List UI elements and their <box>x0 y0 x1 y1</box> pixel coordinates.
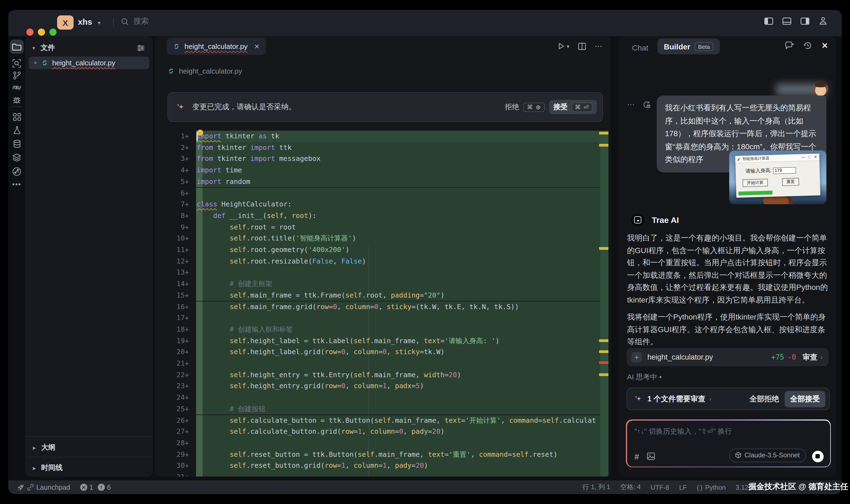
history-icon[interactable] <box>803 41 812 50</box>
sidebar-item-search[interactable] <box>8 59 25 68</box>
code-line[interactable]: 15+ self.main_frame = ttk.Frame(self.roo… <box>155 290 611 301</box>
problems-errors[interactable]: ✕ 1 <box>80 483 93 491</box>
launchpad-button[interactable]: Launchpad <box>17 483 70 491</box>
eol[interactable]: LF <box>679 483 687 491</box>
reject-button[interactable]: 拒绝 <box>505 102 519 112</box>
close-window-button[interactable] <box>26 29 34 36</box>
tab-chat[interactable]: Chat <box>632 43 648 52</box>
ruler-warning-mark <box>599 373 609 376</box>
toggle-left-sidebar-icon[interactable] <box>764 17 773 24</box>
code-line[interactable]: 1+import tkinter as tk <box>155 131 611 142</box>
project-logo[interactable]: X <box>57 15 74 30</box>
accept-button[interactable]: 接受 ⌘ ⏎ <box>549 100 597 114</box>
zoom-window-button[interactable] <box>50 29 57 36</box>
sidebar-item-explorer[interactable] <box>10 39 24 54</box>
run-button[interactable]: ▾ <box>557 42 569 50</box>
screen: X xhs ▾ 搜索 <box>0 0 850 504</box>
close-tab-icon[interactable]: ✕ <box>254 42 260 50</box>
stop-button[interactable] <box>812 450 824 462</box>
changed-file-card[interactable]: + height_calculator.py +75 -0 审查 › <box>627 348 829 366</box>
run-dropdown-icon[interactable]: ▾ <box>567 43 569 49</box>
sidebar-item-share[interactable] <box>8 167 25 176</box>
new-chat-icon[interactable] <box>785 41 794 50</box>
message-retry-icon[interactable] <box>642 100 651 108</box>
sidebar-item-debug[interactable] <box>8 95 25 104</box>
filter-icon[interactable] <box>137 44 145 51</box>
project-name[interactable]: xhs <box>78 17 92 26</box>
split-editor-icon[interactable] <box>578 42 586 50</box>
code-line[interactable]: 30+ self.reset_button.grid(row=1, column… <box>155 460 611 472</box>
close-panel-icon[interactable]: ✕ <box>822 41 828 50</box>
code-line[interactable]: 26+ self.calculate_button = ttk.Button(s… <box>155 415 611 426</box>
code-line[interactable]: 20+ self.height_label.grid(row=0, column… <box>155 347 611 358</box>
message-more-icon[interactable]: ⋯ <box>627 100 635 109</box>
code-line[interactable]: 16+ self.main_frame.grid(row=0, column=0… <box>155 301 611 312</box>
sidebar-item-layers[interactable] <box>8 153 25 162</box>
code-line[interactable]: 22+ self.height_entry = ttk.Entry(self.m… <box>155 369 611 380</box>
code-line[interactable]: 2+from tkinter import ttk <box>155 142 611 153</box>
global-search[interactable]: 搜索 <box>121 16 149 26</box>
review-count-label[interactable]: 1 个文件需要审查 <box>647 394 706 404</box>
code-line[interactable]: 9+ self.root = root <box>155 221 611 233</box>
more-actions-icon[interactable]: ⋯ <box>595 42 603 51</box>
code-line[interactable]: 13+ <box>155 267 611 278</box>
review-button[interactable]: 审查 <box>802 352 817 362</box>
builder-label: Builder <box>664 42 690 51</box>
overview-ruler[interactable] <box>600 131 609 476</box>
sidebar-item-testing[interactable] <box>8 126 25 134</box>
timeline-section[interactable]: ▸ 时间线 <box>33 463 62 473</box>
code-line[interactable]: 11+ self.root.geometry('400x200') <box>155 244 611 256</box>
problems-warnings[interactable]: ! 6 <box>98 483 111 491</box>
code-line[interactable]: 3+from tkinter import messagebox <box>155 154 611 165</box>
project-chevron-icon[interactable]: ▾ <box>98 20 101 26</box>
model-selector[interactable]: Claude-3.5-Sonnet <box>729 448 806 462</box>
code-line[interactable]: 25+ # 创建按钮 <box>155 403 611 415</box>
outline-section[interactable]: ▸ 大纲 <box>33 443 55 452</box>
code-line[interactable]: 28+ <box>155 437 611 449</box>
code-line[interactable]: 17+ <box>155 312 611 324</box>
code-line[interactable]: 29+ self.reset_button = ttk.Button(self.… <box>155 449 611 460</box>
code-line[interactable]: 6+ <box>155 187 611 199</box>
connector-icon <box>27 484 34 491</box>
toggle-bottom-panel-icon[interactable] <box>782 17 791 24</box>
language-mode[interactable]: { }Python <box>697 483 726 491</box>
code-line[interactable]: 21+ <box>155 358 611 369</box>
code-line[interactable]: 4+import time <box>155 165 611 176</box>
code-line[interactable]: 12+ self.root.resizable(False, False) <box>155 256 611 267</box>
code-line[interactable]: 8+ def __init__(self, root): <box>155 210 611 221</box>
sidebar-item-database[interactable] <box>8 140 25 148</box>
breadcrumb[interactable]: height_calculator.py <box>167 67 242 75</box>
sidebar-item-remote-explorer[interactable] <box>8 84 25 92</box>
indentation[interactable]: 空格: 4 <box>620 483 641 492</box>
account-icon[interactable] <box>819 16 828 25</box>
code-line[interactable]: 10+ self.root.title('智能身高计算器') <box>155 233 611 244</box>
editor-tab[interactable]: height_calculator.py ✕ <box>167 38 266 55</box>
chat-input[interactable]: "↑↓" 切换历史输入，"⇧⏎" 换行 # Claude-3.5-Sonnet <box>627 420 830 466</box>
accept-all-button[interactable]: 全部接受 <box>785 391 825 407</box>
context-hash-icon[interactable]: # <box>634 452 639 461</box>
sidebar-item-source-control[interactable] <box>8 71 25 80</box>
explorer-header[interactable]: ▾ 文件 <box>25 41 153 55</box>
code-line[interactable]: 7+class HeightCalculator: <box>155 199 611 210</box>
encoding[interactable]: UTF-8 <box>651 483 669 491</box>
attach-image-icon[interactable] <box>647 452 655 460</box>
code-line[interactable]: 27+ self.calculate_button.grid(row=1, co… <box>155 426 611 437</box>
minimize-window-button[interactable] <box>38 29 45 36</box>
toggle-right-sidebar-icon[interactable] <box>800 17 809 24</box>
code-line[interactable]: 19+ self.height_label = ttk.Label(self.m… <box>155 335 611 346</box>
tab-builder[interactable]: Builder Beta <box>657 38 720 54</box>
code-line[interactable]: 18+ # 创建输入框和标签 <box>155 324 611 335</box>
sidebar-item-more[interactable]: ••• <box>8 180 25 188</box>
inline-suggestion-dot[interactable] <box>197 130 203 136</box>
file-item-height-calculator[interactable]: height_calculator.py <box>29 57 149 69</box>
code-line[interactable]: 14+ # 创建主框架 <box>155 278 611 290</box>
attached-photo[interactable]: 智能身高计算器 —□✕ 请输入身高: 179 开始计算 重置 <box>729 150 826 204</box>
reject-all-button[interactable]: 全部拒绝 <box>749 394 779 404</box>
code-line[interactable]: 31+ <box>155 472 611 476</box>
code-line[interactable]: 23+ self.height_entry.grid(row=0, column… <box>155 381 611 392</box>
chevron-right-icon: › <box>709 396 711 402</box>
sidebar-item-extensions[interactable] <box>8 112 25 121</box>
cursor-position[interactable]: 行 1, 列 1 <box>583 483 610 492</box>
code-line[interactable]: 5+import random <box>155 176 611 187</box>
code-line[interactable]: 24+ <box>155 392 611 403</box>
